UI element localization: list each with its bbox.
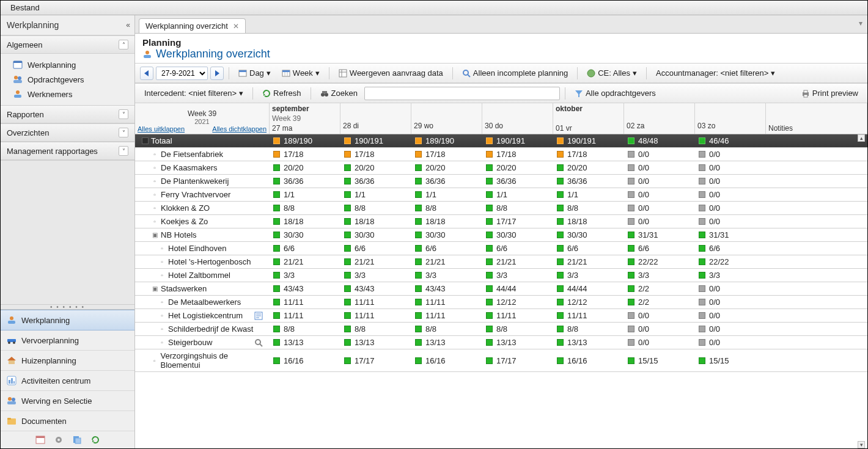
value-cell[interactable]: 44/44 xyxy=(553,282,624,295)
table-row[interactable]: ▫Koekjes & Zo18/1818/1818/1817/1718/180/… xyxy=(135,215,867,228)
notes-cell[interactable] xyxy=(766,314,867,318)
mini-icon-gear[interactable] xyxy=(54,435,64,445)
value-cell[interactable]: 0/0 xyxy=(695,323,766,335)
menu-file[interactable]: Bestand xyxy=(6,1,45,14)
value-cell[interactable]: 0/0 xyxy=(695,296,766,308)
value-cell[interactable]: 0/0 xyxy=(624,336,695,349)
value-cell[interactable]: 189/190 xyxy=(411,134,482,147)
tree-leaf-icon[interactable]: ▫ xyxy=(151,205,158,211)
bottom-nav-huizen[interactable]: Huizenplanning xyxy=(1,351,134,371)
table-row[interactable]: ▫Hotel 's-Hertogenbosch21/2121/2121/2121… xyxy=(135,255,867,269)
notes-cell[interactable] xyxy=(766,327,867,331)
value-cell[interactable]: 189/190 xyxy=(270,134,340,147)
table-row[interactable]: ▫Schilderbedrijf de Kwast8/88/88/88/88/8… xyxy=(135,323,867,336)
value-cell[interactable]: 21/21 xyxy=(411,255,482,268)
section-overviews-header[interactable]: Overzichten ˅ xyxy=(1,123,134,142)
notes-cell[interactable] xyxy=(766,274,867,277)
value-cell[interactable]: 8/8 xyxy=(411,202,482,214)
toggle-request-data-button[interactable]: Weergeven aanvraag data xyxy=(334,66,447,80)
value-cell[interactable]: 11/11 xyxy=(340,296,411,308)
print-preview-button[interactable]: Print preview xyxy=(797,86,862,100)
value-cell[interactable]: 30/30 xyxy=(553,228,624,241)
value-cell[interactable]: 17/18 xyxy=(270,148,340,161)
row-name-cell[interactable]: ▫Ferry Vrachtvervoer xyxy=(135,188,270,201)
tree-leaf-icon[interactable]: ▫ xyxy=(158,312,166,319)
value-cell[interactable]: 36/36 xyxy=(553,175,624,188)
notes-cell[interactable] xyxy=(766,180,867,183)
tree-leaf-icon[interactable]: ▫ xyxy=(158,326,166,332)
only-incomplete-button[interactable]: Alleen incomplete planning xyxy=(458,66,572,80)
notes-cell[interactable] xyxy=(766,247,867,250)
value-cell[interactable]: 11/11 xyxy=(411,296,482,308)
tree-leaf-icon[interactable]: ▫ xyxy=(151,164,158,171)
bottom-nav-werving[interactable]: Werving en Selectie xyxy=(1,391,134,411)
value-cell[interactable]: 13/13 xyxy=(553,336,624,349)
all-clients-button[interactable]: Alle opdrachtgevers xyxy=(570,86,660,100)
value-cell[interactable]: 3/3 xyxy=(482,269,553,282)
notes-cell[interactable] xyxy=(766,260,867,264)
value-cell[interactable]: 3/3 xyxy=(553,269,624,282)
tree-leaf-icon[interactable]: ▫ xyxy=(158,245,166,252)
value-cell[interactable]: 13/13 xyxy=(482,336,553,349)
value-cell[interactable]: 6/6 xyxy=(624,242,695,255)
value-cell[interactable]: 11/11 xyxy=(340,309,411,322)
value-cell[interactable]: 8/8 xyxy=(482,202,553,214)
value-cell[interactable]: 36/36 xyxy=(270,175,340,188)
table-row[interactable]: ▫De Fietsenfabriek17/1817/1817/1817/1817… xyxy=(135,148,867,161)
value-cell[interactable]: 43/43 xyxy=(340,282,411,295)
value-cell[interactable]: 0/0 xyxy=(695,188,766,201)
value-cell[interactable]: 44/44 xyxy=(482,282,553,295)
nav-opdrachtgevers[interactable]: Opdrachtgevers xyxy=(1,72,134,87)
tree-leaf-icon[interactable]: ▫ xyxy=(151,151,158,158)
value-cell[interactable]: 0/0 xyxy=(624,161,695,174)
value-cell[interactable]: 6/6 xyxy=(340,242,411,255)
table-row[interactable]: ▣NB Hotels30/3030/3030/3030/3030/3031/31… xyxy=(135,228,867,242)
value-cell[interactable]: 0/0 xyxy=(624,323,695,335)
value-cell[interactable]: 31/31 xyxy=(624,228,695,241)
collapse-sidebar-icon[interactable]: « xyxy=(126,21,128,29)
value-cell[interactable]: 0/0 xyxy=(695,175,766,188)
tree-leaf-icon[interactable]: ▫ xyxy=(151,191,158,198)
value-cell[interactable]: 8/8 xyxy=(340,323,411,335)
tree-leaf-icon[interactable]: ▫ xyxy=(158,258,166,265)
accountmanager-filter-dropdown[interactable]: Accountmanager: <niet filteren>▾ xyxy=(652,66,779,80)
value-cell[interactable]: 0/0 xyxy=(695,336,766,349)
row-name-cell[interactable]: ▫Het Logistiekcentrum xyxy=(135,309,270,322)
value-cell[interactable]: 13/13 xyxy=(270,336,340,349)
value-cell[interactable]: 2/2 xyxy=(624,282,695,295)
row-name-cell[interactable]: ▫Steigerbouw xyxy=(135,336,270,349)
value-cell[interactable]: 1/1 xyxy=(270,188,340,201)
bottom-nav-activiteiten[interactable]: Activiteiten centrum xyxy=(1,371,134,391)
row-name-cell[interactable]: ▫Schilderbedrijf de Kwast xyxy=(135,323,270,335)
value-cell[interactable]: 17/17 xyxy=(482,354,553,367)
row-name-cell[interactable]: ▫Verzorgingshuis de Bloementui xyxy=(135,349,270,371)
value-cell[interactable]: 13/13 xyxy=(340,336,411,349)
table-row[interactable]: Totaal189/190190/191189/190190/191190/19… xyxy=(135,134,867,148)
value-cell[interactable]: 0/0 xyxy=(624,188,695,201)
value-cell[interactable]: 0/0 xyxy=(695,148,766,161)
table-row[interactable]: ▫Het Logistiekcentrum11/1111/1111/1111/1… xyxy=(135,309,867,323)
table-row[interactable]: ▫Hotel Eindhoven6/66/66/66/66/66/66/6 xyxy=(135,242,867,255)
scroll-up-icon[interactable]: ▴ xyxy=(858,134,865,142)
mini-icon-refresh[interactable] xyxy=(90,435,100,445)
tree-leaf-icon[interactable]: ▫ xyxy=(158,272,166,279)
prev-date-button[interactable] xyxy=(140,67,153,80)
value-cell[interactable]: 17/18 xyxy=(553,148,624,161)
value-cell[interactable]: 11/11 xyxy=(270,296,340,308)
value-cell[interactable]: 8/8 xyxy=(340,202,411,214)
value-cell[interactable]: 8/8 xyxy=(411,323,482,335)
mini-icon-copy[interactable] xyxy=(72,435,82,445)
value-cell[interactable]: 36/36 xyxy=(340,175,411,188)
value-cell[interactable]: 8/8 xyxy=(270,323,340,335)
section-general-header[interactable]: Algemeen ˄ xyxy=(1,35,134,54)
value-cell[interactable]: 36/36 xyxy=(411,175,482,188)
tab-overzicht[interactable]: Werkplanning overzicht ✕ xyxy=(139,18,246,33)
value-cell[interactable]: 8/8 xyxy=(270,202,340,214)
value-cell[interactable]: 22/22 xyxy=(695,255,766,268)
value-cell[interactable]: 13/13 xyxy=(411,336,482,349)
value-cell[interactable]: 18/18 xyxy=(553,215,624,228)
tree-leaf-icon[interactable]: ▫ xyxy=(158,339,166,346)
value-cell[interactable]: 3/3 xyxy=(340,269,411,282)
value-cell[interactable]: 3/3 xyxy=(270,269,340,282)
value-cell[interactable]: 1/1 xyxy=(411,188,482,201)
